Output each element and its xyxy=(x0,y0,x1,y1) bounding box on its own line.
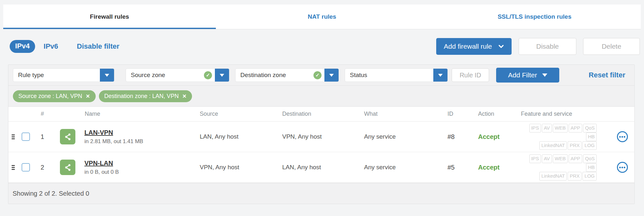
ipv4-toggle[interactable]: IPv4 xyxy=(10,40,35,53)
rule-source: LAN, Any host xyxy=(200,133,282,140)
source-zone-dropdown[interactable]: Source zone ✓ xyxy=(126,68,229,82)
remove-filter-icon[interactable]: ✕ xyxy=(182,93,187,99)
ipv6-toggle[interactable]: IPv6 xyxy=(43,42,58,51)
reset-filter-link[interactable]: Reset filter xyxy=(589,71,625,79)
feature-badge: LOG xyxy=(582,172,597,181)
more-actions-icon[interactable] xyxy=(617,131,628,142)
rule-action: Accept xyxy=(478,164,515,171)
tab-nat-rules[interactable]: NAT rules xyxy=(216,5,428,29)
table-footer: Showing 2 of 2. Selected 0 xyxy=(8,183,634,204)
feature-badge: HB xyxy=(586,163,597,172)
caret-down-icon xyxy=(329,74,334,77)
rule-traffic: in 2.81 MB, out 1.41 MB xyxy=(84,138,143,145)
drag-handle-icon[interactable] xyxy=(10,164,16,171)
add-firewall-rule-button[interactable]: Add firewall rule xyxy=(436,38,512,55)
header-feature-and-service: Feature and service xyxy=(515,111,610,117)
dropdown-arrow-button[interactable] xyxy=(324,69,339,82)
disable-filter-link[interactable]: Disable filter xyxy=(77,42,120,51)
feature-badge: HB xyxy=(586,133,597,141)
filter-active-check-icon: ✓ xyxy=(204,71,212,79)
add-filter-label: Add Filter xyxy=(508,71,537,79)
rule-what: Any service xyxy=(364,164,447,171)
add-firewall-rule-label: Add firewall rule xyxy=(444,43,492,50)
drag-handle-icon[interactable] xyxy=(10,133,16,141)
dropdown-arrow-button[interactable] xyxy=(215,69,229,82)
rule-what: Any service xyxy=(364,133,447,140)
status-dropdown[interactable]: Status xyxy=(345,68,448,82)
caret-down-icon xyxy=(220,74,224,77)
rule-name-link[interactable]: VPN-LAN xyxy=(84,160,119,167)
rule-id: #8 xyxy=(447,133,478,141)
table-header-row: # Name Source Destination What ID Action… xyxy=(8,107,634,122)
feature-badge: APP xyxy=(569,124,582,133)
tab-label: NAT rules xyxy=(308,13,336,20)
toolbar: IPv4 IPv6 Disable filter Add firewall ru… xyxy=(10,36,640,57)
remove-filter-icon[interactable]: ✕ xyxy=(86,93,90,99)
rule-action: Accept xyxy=(478,133,515,141)
caret-down-icon xyxy=(542,74,547,77)
header-name: Name xyxy=(51,111,200,117)
filter-chip-label: Source zone : LAN, VPN xyxy=(18,93,82,100)
dropdown-arrow-button[interactable] xyxy=(433,69,447,82)
header-action: Action xyxy=(478,111,515,117)
caret-down-icon xyxy=(105,74,109,77)
filter-chip-source-zone[interactable]: Source zone : LAN, VPN ✕ xyxy=(13,90,96,102)
rule-id-input[interactable] xyxy=(452,68,489,82)
row-checkbox[interactable] xyxy=(22,163,30,172)
header-source: Source xyxy=(200,111,282,117)
showing-summary: Showing 2 of 2. Selected 0 xyxy=(13,190,89,197)
filter-row: Rule type Source zone ✓ Destination zone… xyxy=(8,65,634,86)
more-actions-icon[interactable] xyxy=(617,162,628,173)
tab-label: SSL/TLS inspection rules xyxy=(498,13,572,20)
delete-button[interactable]: Delete xyxy=(583,38,640,55)
chevron-down-icon xyxy=(498,45,504,48)
header-id: ID xyxy=(447,111,478,117)
dropdown-arrow-button[interactable] xyxy=(100,69,114,82)
rules-panel: Rule type Source zone ✓ Destination zone… xyxy=(8,64,635,204)
feature-badge: LOG xyxy=(582,141,597,150)
status-label: Status xyxy=(345,72,433,79)
share-icon xyxy=(60,160,75,175)
filter-chip-label: Destination zone : LAN, VPN xyxy=(104,93,179,100)
feature-badge: QoS xyxy=(583,124,597,133)
feature-badge: WEB xyxy=(553,124,568,133)
rule-source: VPN, Any host xyxy=(200,164,282,171)
table-row: 1 LAN-VPN in 2.81 MB, out 1.41 MB LAN, A… xyxy=(8,122,634,152)
rule-destination: VPN, Any host xyxy=(282,133,364,140)
tab-ssl-tls-inspection-rules[interactable]: SSL/TLS inspection rules xyxy=(428,5,641,29)
header-destination: Destination xyxy=(282,111,364,117)
destination-zone-dropdown[interactable]: Destination zone ✓ xyxy=(235,68,339,82)
feature-badge: AV xyxy=(542,154,552,163)
feature-badge: APP xyxy=(569,154,582,163)
share-icon xyxy=(60,129,75,144)
feature-badge: IPS xyxy=(529,154,541,163)
tab-firewall-rules[interactable]: Firewall rules xyxy=(3,5,216,29)
row-checkbox[interactable] xyxy=(22,133,30,141)
destination-zone-label: Destination zone xyxy=(235,72,313,79)
tab-bar: Firewall rules NAT rules SSL/TLS inspect… xyxy=(3,5,641,29)
add-filter-button[interactable]: Add Filter xyxy=(496,68,559,83)
feature-badge: PRX xyxy=(568,172,582,181)
feature-badge: LinkedNAT xyxy=(539,172,567,181)
rule-id: #5 xyxy=(447,164,478,171)
rule-type-dropdown[interactable]: Rule type xyxy=(13,68,114,82)
rule-destination: LAN, Any host xyxy=(282,164,364,171)
filter-chips-row: Source zone : LAN, VPN ✕ Destination zon… xyxy=(8,86,634,106)
feature-badge: AV xyxy=(542,124,552,133)
header-number: # xyxy=(34,111,51,117)
rule-name-link[interactable]: LAN-VPN xyxy=(84,129,143,136)
disable-button[interactable]: Disable xyxy=(519,38,576,55)
toolbar-actions: Add firewall rule Disable Delete xyxy=(436,38,640,55)
rule-traffic: in 0 B, out 0 B xyxy=(84,169,119,175)
table-row: 2 VPN-LAN in 0 B, out 0 B VPN, Any host … xyxy=(8,152,634,183)
filter-active-check-icon: ✓ xyxy=(313,71,322,79)
feature-badge: LinkedNAT xyxy=(539,141,567,150)
rule-features: IPSAVWEBAPPQoSHB LinkedNATPRXLOG xyxy=(515,124,610,150)
rule-features: IPSAVWEBAPPQoSHB LinkedNATPRXLOG xyxy=(515,154,610,181)
firewall-rules-table: # Name Source Destination What ID Action… xyxy=(8,106,634,204)
filter-chip-destination-zone[interactable]: Destination zone : LAN, VPN ✕ xyxy=(99,90,192,102)
rule-type-label: Rule type xyxy=(13,72,100,79)
feature-badge: QoS xyxy=(583,154,597,163)
rule-number: 2 xyxy=(34,164,51,171)
caret-down-icon xyxy=(438,74,443,77)
